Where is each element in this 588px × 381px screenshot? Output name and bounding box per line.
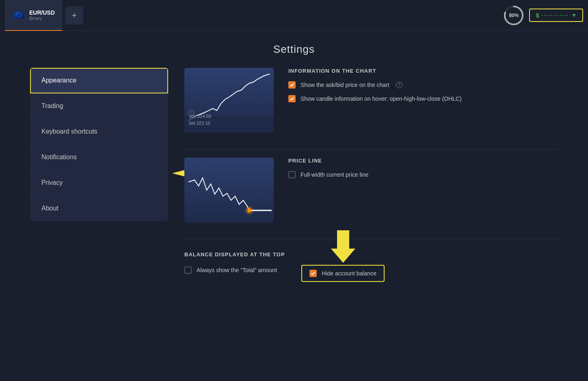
divider-2 [184, 239, 558, 239]
section1-title: INFORMATION ON THE CHART [288, 68, 558, 74]
hide-balance-annotation: Hide account balance [301, 265, 385, 282]
section2-options: PRICE LINE Full-width current price line [288, 158, 558, 185]
section-chart-info: ask 214.50 bid 223.10 i INFORMATION ON T… [184, 68, 558, 141]
main-content: Settings Appearance Trading Keyboard sho… [0, 31, 588, 381]
balance-currency: $ [536, 12, 539, 19]
option-always-show[interactable]: Always show the "Total" amount [184, 266, 277, 274]
chart-info-icon: i [188, 110, 194, 116]
svg-point-7 [247, 208, 251, 212]
balance-options: Always show the "Total" amount [184, 265, 558, 282]
page-title: Settings [273, 43, 315, 56]
sidebar-annotation: Appearance Trading Keyboard shortcuts No… [30, 68, 168, 282]
chart-preview-1: ask 214.50 bid 223.10 i [184, 68, 274, 133]
help-icon-1[interactable]: ? [396, 82, 402, 88]
balance-chevron-icon: ▼ [571, 12, 577, 18]
sidebar-item-trading[interactable]: Trading [30, 93, 168, 119]
option-full-width-price-label: Full-width current price line [300, 171, 368, 178]
active-tab[interactable]: 🇪🇺 EUR/USD Binary [5, 0, 62, 31]
sidebar-item-about[interactable]: About [30, 196, 168, 221]
checkbox-candle-info[interactable] [288, 95, 296, 102]
section1-options: INFORMATION ON THE CHART Show the ask/bi… [288, 68, 558, 109]
topbar-right: 80% $ ············ ▼ [503, 5, 583, 26]
svg-rect-5 [184, 158, 274, 223]
section-balance: BALANCE DISPLAYED AT THE TOP Always show… [184, 251, 558, 282]
checkbox-always-show[interactable] [184, 266, 192, 274]
sidebar: Appearance Trading Keyboard shortcuts No… [30, 68, 168, 221]
tab-subtitle: Binary [29, 16, 55, 21]
hide-balance-button[interactable]: Hide account balance [301, 265, 385, 282]
option-always-show-label: Always show the "Total" amount [197, 267, 277, 273]
flag-icon: 🇪🇺 [12, 9, 25, 22]
section-price-line: PRICE LINE Full-width current price line [184, 158, 558, 231]
hide-balance-label: Hide account balance [322, 270, 376, 277]
option-candle-info[interactable]: Show candle information on hover: open-h… [288, 95, 558, 102]
sidebar-item-privacy[interactable]: Privacy [30, 170, 168, 196]
progress-label: 80% [509, 13, 519, 18]
option-ask-bid[interactable]: Show the ask/bid price on the chart ? [288, 81, 558, 89]
sidebar-item-keyboard-shortcuts[interactable]: Keyboard shortcuts [30, 119, 168, 145]
option-ask-bid-label: Show the ask/bid price on the chart [300, 82, 389, 88]
chart-preview-2 [184, 158, 274, 223]
sidebar-item-notifications[interactable]: Notifications [30, 145, 168, 170]
section2-title: PRICE LINE [288, 158, 558, 164]
option-full-width-price[interactable]: Full-width current price line [288, 171, 558, 178]
settings-content: ask 214.50 bid 223.10 i INFORMATION ON T… [184, 68, 558, 282]
checkbox-hide-balance[interactable] [309, 270, 317, 277]
settings-layout: Appearance Trading Keyboard shortcuts No… [30, 68, 558, 282]
checkbox-full-width-price[interactable] [288, 171, 296, 178]
topbar: 🇪🇺 EUR/USD Binary + 80% $ ············ ▼ [0, 0, 588, 31]
svg-marker-9 [331, 230, 355, 263]
checkbox-ask-bid[interactable] [288, 81, 296, 89]
balance-button[interactable]: $ ············ ▼ [529, 9, 583, 22]
divider-1 [184, 149, 558, 149]
progress-circle: 80% [503, 5, 524, 26]
annotation-arrow-down [331, 230, 355, 264]
balance-dots: ············ [542, 12, 569, 18]
sidebar-item-appearance[interactable]: Appearance [30, 68, 168, 93]
section3-title: BALANCE DISPLAYED AT THE TOP [184, 251, 558, 258]
option-candle-info-label: Show candle information on hover: open-h… [300, 95, 462, 102]
tab-info: EUR/USD Binary [29, 9, 55, 21]
add-tab-button[interactable]: + [65, 6, 83, 24]
tab-title: EUR/USD [29, 9, 55, 16]
